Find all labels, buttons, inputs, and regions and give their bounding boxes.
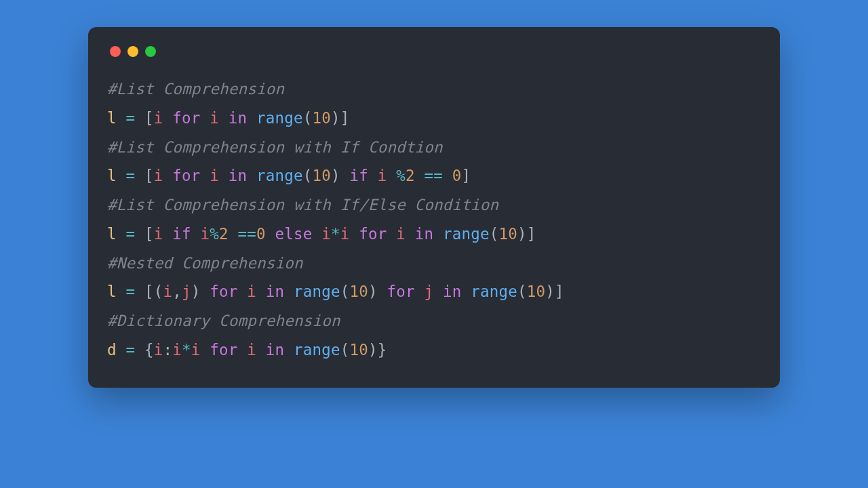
code-token xyxy=(238,341,248,359)
code-token: 0 xyxy=(452,167,462,184)
code-token: ( xyxy=(303,167,313,184)
code-token: for xyxy=(387,283,414,300)
code-area: #List Comprehensionl = [i for i in range… xyxy=(107,75,761,365)
code-token xyxy=(117,167,126,184)
code-token: 10 xyxy=(498,225,517,243)
close-icon[interactable] xyxy=(110,46,121,57)
code-token: ] xyxy=(461,167,471,184)
code-token xyxy=(387,225,397,243)
code-token xyxy=(415,283,425,300)
code-token: 0 xyxy=(256,225,266,243)
code-line: l = [(i,j) for i in range(10) for j in r… xyxy=(107,277,761,306)
code-token xyxy=(284,283,294,300)
code-token xyxy=(340,167,350,184)
code-token: : xyxy=(163,341,173,359)
code-token: ) xyxy=(331,109,340,127)
code-token xyxy=(284,341,294,359)
code-token: else xyxy=(275,225,313,243)
code-line: l = [i if i%2 ==0 else i*i for i in rang… xyxy=(107,220,761,249)
code-comment-line: #Dictionary Comprehension xyxy=(107,306,761,336)
code-token: == xyxy=(238,225,257,243)
code-token: = xyxy=(126,167,136,184)
code-token: = xyxy=(126,225,136,243)
code-token: i xyxy=(163,283,173,300)
code-token xyxy=(135,109,144,127)
code-token: 2 xyxy=(406,167,415,184)
code-token: , xyxy=(172,283,182,300)
code-token xyxy=(191,225,201,243)
code-line: l = [i for i in range(10)] xyxy=(107,104,761,133)
code-token: ) xyxy=(517,225,527,243)
code-token: ( xyxy=(340,283,350,300)
code-token: 2 xyxy=(219,225,229,243)
code-token xyxy=(229,225,238,243)
code-token: for xyxy=(172,167,200,184)
code-token: l xyxy=(107,167,117,184)
code-token xyxy=(247,167,256,184)
code-token: i xyxy=(378,167,387,184)
code-token: i xyxy=(154,225,163,243)
code-token: i xyxy=(247,283,256,300)
code-token: d xyxy=(107,341,117,359)
code-token: [ xyxy=(144,225,154,243)
code-token xyxy=(117,283,126,300)
code-token xyxy=(135,167,144,184)
code-token: ) xyxy=(191,283,201,300)
code-token: ] xyxy=(527,225,536,243)
code-token: 10 xyxy=(349,283,368,300)
minimize-icon[interactable] xyxy=(127,46,138,57)
code-token xyxy=(443,167,452,184)
code-token xyxy=(415,167,425,184)
code-token xyxy=(135,225,144,243)
code-token: i xyxy=(396,225,406,243)
code-token: i xyxy=(340,225,350,243)
code-token: i xyxy=(172,341,182,359)
code-token: i xyxy=(154,109,163,127)
code-token: ( xyxy=(517,283,527,300)
maximize-icon[interactable] xyxy=(145,46,156,57)
code-token: 10 xyxy=(527,283,546,300)
code-token: 10 xyxy=(312,167,331,184)
code-token: for xyxy=(210,283,237,300)
code-token: ( xyxy=(340,341,350,359)
code-token: ] xyxy=(340,109,350,127)
code-token: l xyxy=(107,283,117,300)
code-token: range xyxy=(294,341,340,359)
code-token: in xyxy=(266,341,285,359)
code-token: in xyxy=(229,109,248,127)
code-token xyxy=(163,109,173,127)
code-token: * xyxy=(331,225,340,243)
code-token: for xyxy=(210,341,237,359)
code-token: range xyxy=(294,283,340,300)
code-token xyxy=(117,225,126,243)
code-token: in xyxy=(229,167,248,184)
code-comment-line: #Nested Comprehension xyxy=(107,249,761,278)
code-token: if xyxy=(172,225,191,243)
code-token: i xyxy=(247,341,256,359)
code-token: = xyxy=(126,341,136,359)
code-token xyxy=(368,167,378,184)
code-token: [ xyxy=(144,167,154,184)
code-token xyxy=(117,109,126,127)
code-token: { xyxy=(144,341,154,359)
code-line: d = {i:i*i for i in range(10)} xyxy=(107,336,761,365)
code-token: 10 xyxy=(349,341,368,359)
code-token xyxy=(406,225,415,243)
code-token xyxy=(378,283,387,300)
code-token xyxy=(201,109,210,127)
code-token xyxy=(117,341,126,359)
code-token xyxy=(201,341,210,359)
code-token xyxy=(433,283,443,300)
code-token: in xyxy=(443,283,462,300)
code-token: ( xyxy=(154,283,163,300)
code-token xyxy=(256,341,266,359)
code-token: ( xyxy=(303,109,313,127)
code-token: j xyxy=(182,283,191,300)
code-token: } xyxy=(378,341,387,359)
code-line: l = [i for i in range(10) if i %2 == 0] xyxy=(107,161,761,190)
code-token: i xyxy=(154,167,163,184)
code-token: ) xyxy=(368,341,378,359)
code-token xyxy=(266,225,275,243)
code-token xyxy=(135,283,144,300)
code-token: i xyxy=(191,341,201,359)
